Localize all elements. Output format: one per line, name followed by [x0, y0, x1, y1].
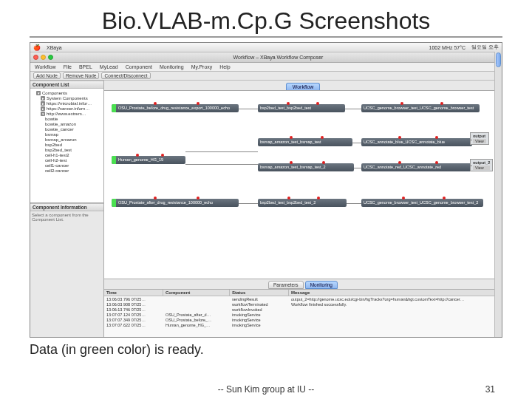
edge — [345, 109, 361, 109]
tree-item[interactable]: ▸https://microbial.infor… — [32, 100, 102, 106]
toolbar-connect-disconnect[interactable]: Connect/Disconnect — [101, 72, 150, 79]
workflow-node[interactable]: UCSC_annotate_blue_UCSC_annotate_blue — [361, 138, 472, 146]
workflow-node[interactable]: OSU_Prostate_before_drug_resistance_expo… — [112, 104, 239, 112]
node-port[interactable] — [398, 136, 401, 139]
workflow-node[interactable]: bsp2bed_test_bsp2bed_test_2 — [258, 199, 347, 207]
log-row[interactable]: 13:06:03.796 07/25…sendingResultoutput_2… — [104, 296, 502, 301]
tree-item[interactable]: bowtie_amazon — [32, 121, 102, 126]
workflow-node[interactable]: bsmap_amazon_test_bsmap_test_2 — [258, 163, 354, 171]
workflow-node[interactable]: bsp2bed_test_bsp2bed_test — [258, 104, 345, 112]
node-port[interactable] — [440, 102, 443, 105]
left-panel: Component List ▾Components▸System Compon… — [30, 81, 104, 337]
workflow-node[interactable]: UCSC_genome_browser_test_UCSC_genome_bro… — [361, 199, 483, 207]
node-port[interactable] — [316, 102, 319, 105]
node-port[interactable] — [398, 161, 401, 164]
menu-mylead[interactable]: MyLead — [100, 64, 118, 69]
tab-workflow[interactable]: Workflow — [286, 83, 321, 90]
workflow-node[interactable]: OSU_Prostate_after_drug_resistance_10000… — [112, 199, 239, 207]
toolbar: Add NodeRemove NodeConnect/Disconnect — [30, 72, 502, 81]
tab-monitoring[interactable]: Monitoring — [305, 281, 338, 289]
tree-item[interactable]: bowtie_cancer — [32, 126, 102, 132]
tree-item[interactable]: bsmap — [32, 132, 102, 137]
window-titlebar: Workflow – XBaya Workflow Composer — [30, 52, 502, 63]
tree-item[interactable]: ▸System Components — [32, 95, 102, 100]
component-info: Select a component from the Component Li… — [30, 211, 103, 337]
menu-file[interactable]: File — [64, 64, 72, 69]
menu-help[interactable]: Help — [219, 64, 230, 69]
edge — [185, 151, 258, 152]
tree-item[interactable]: bowtie — [32, 116, 102, 121]
node-port[interactable] — [317, 197, 320, 200]
node-port[interactable] — [287, 197, 290, 200]
slide-title: Bio.VLAB-m.Cp.G Screenshots — [0, 0, 532, 36]
node-port[interactable] — [197, 102, 200, 105]
tree-item[interactable]: bsp2bed_test — [32, 147, 102, 152]
edge — [347, 203, 361, 204]
menu-workflow[interactable]: Workflow — [35, 64, 56, 69]
zoom-icon[interactable] — [48, 55, 53, 60]
tree-item[interactable]: ▾http://www.extrem… — [32, 111, 102, 116]
mac-menubar: 🍎 XBaya 1002 MHz 57°C 일요일 오후 — [30, 43, 502, 52]
log-col-message[interactable]: Message — [289, 290, 502, 296]
slide-footer: -- Sun Kim group at IU -- 31 — [0, 384, 532, 395]
tab-parameters[interactable]: Parameters — [268, 281, 304, 289]
tree-item[interactable]: ▾Components — [32, 90, 102, 95]
menubar-app[interactable]: XBaya — [47, 45, 62, 50]
minimize-icon[interactable] — [41, 55, 46, 60]
component-tree[interactable]: ▾Components▸System Components▸https://mi… — [30, 89, 103, 203]
tree-item[interactable]: bsp2bed — [32, 142, 102, 147]
output-node[interactable]: outputView — [470, 132, 489, 145]
output-node[interactable]: output_2View — [470, 159, 493, 171]
tree-item[interactable]: ▸https://cancer.inforn… — [32, 106, 102, 111]
node-port[interactable] — [161, 154, 164, 157]
menu-myproxy[interactable]: My.Proxy — [191, 64, 213, 69]
log-header: Time Component Status Message — [104, 290, 502, 296]
tree-item[interactable]: cell1-cancer — [32, 163, 102, 168]
workflow-node[interactable]: Human_genome_HG_19 — [112, 156, 185, 164]
bottom-tabs: ParametersMonitoring — [104, 279, 502, 289]
close-icon[interactable] — [33, 55, 38, 60]
tree-item[interactable]: cell-h2-test — [32, 157, 102, 163]
tree-item[interactable]: bsmap_amazon — [32, 137, 102, 142]
workflow-tabs: Workflow — [104, 81, 502, 91]
log-col-time[interactable]: Time — [104, 290, 163, 296]
toolbar-remove-node[interactable]: Remove Node — [63, 72, 100, 79]
page-number: 31 — [485, 384, 495, 395]
tree-item[interactable]: cell-h1-test2 — [32, 152, 102, 157]
node-port[interactable] — [322, 161, 325, 164]
node-port[interactable] — [443, 197, 446, 200]
log-row[interactable]: 13:07:07.349 07/25…OSU_Prostate_before_…… — [104, 317, 502, 322]
workflow-node[interactable]: UCSC_annotate_red_UCSC_annotate_red — [361, 163, 472, 171]
toolbar-add-node[interactable]: Add Node — [33, 72, 61, 79]
log-row[interactable]: 13:06:13.746 07/25…workflowInvoked — [104, 307, 502, 312]
window-controls[interactable] — [33, 55, 53, 60]
workflow-node[interactable]: UCSC_genome_browser_test_UCSC_genome_bro… — [361, 104, 480, 112]
log-col-status[interactable]: Status — [230, 290, 289, 296]
node-port[interactable] — [197, 197, 200, 200]
footer-center: -- Sun Kim group at IU -- — [218, 384, 315, 395]
edge — [470, 140, 472, 140]
menu-bpel[interactable]: BPEL — [79, 64, 92, 69]
menubar-clock: 일요일 오후 — [471, 44, 499, 51]
edge — [239, 109, 258, 109]
apple-icon: 🍎 — [33, 44, 41, 51]
edge — [185, 164, 258, 165]
log-row[interactable]: 13:07:07.124 07/25…OSU_Prostate_after_d…… — [104, 312, 502, 317]
node-port[interactable] — [290, 136, 293, 139]
node-port[interactable] — [435, 161, 438, 164]
workflow-canvas[interactable]: OSU_Prostate_before_drug_resistance_expo… — [104, 91, 502, 279]
tree-item[interactable]: cell2-cancer — [32, 168, 102, 173]
monitoring-log: Time Component Status Message 13:06:03.7… — [104, 289, 502, 337]
log-row[interactable]: 13:07:07.622 07/25…Human_genome_HG_…invo… — [104, 322, 502, 327]
edge — [354, 168, 361, 168]
edge — [239, 203, 258, 204]
log-col-component[interactable]: Component — [163, 290, 230, 296]
window-title: Workflow – XBaya Workflow Composer — [58, 55, 499, 60]
menu-component[interactable]: Component — [126, 64, 152, 69]
node-port[interactable] — [402, 197, 405, 200]
node-port[interactable] — [435, 136, 438, 139]
menu-monitoring[interactable]: Monitoring — [160, 64, 184, 69]
log-row[interactable]: 13:06:03.908 07/25…workflowTerminatedWor… — [104, 301, 502, 307]
workflow-node[interactable]: bsmap_amazon_test_bsmap_test — [258, 138, 352, 146]
log-scrollbar[interactable] — [494, 52, 502, 337]
